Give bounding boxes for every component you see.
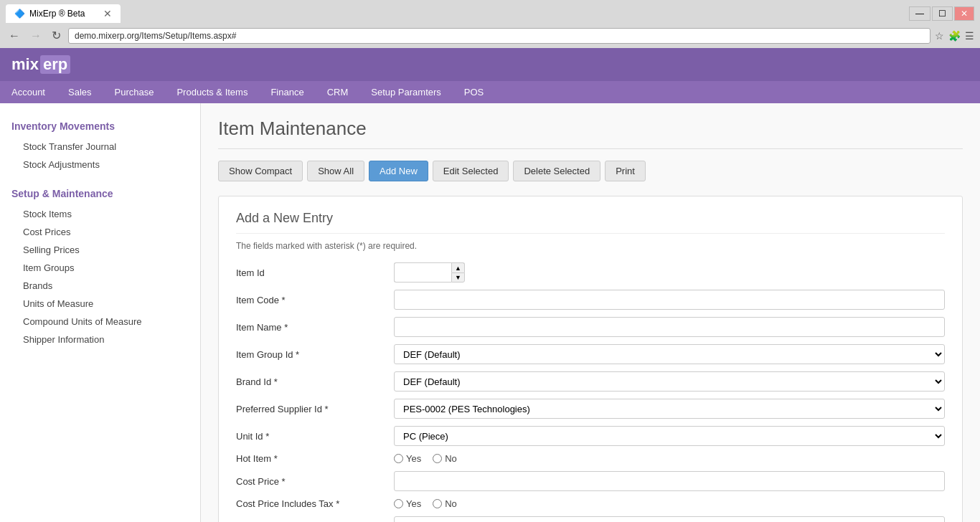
- logo-erp: erp: [40, 55, 70, 74]
- spinbox-buttons: ▲ ▼: [451, 262, 465, 283]
- form-panel: Add a New Entry The fields marked with a…: [218, 196, 963, 522]
- select-unit-id[interactable]: PC (Piece): [394, 426, 945, 446]
- sidebar-item-compound-units-of-measure[interactable]: Compound Units of Measure: [0, 313, 200, 331]
- back-button[interactable]: ←: [6, 28, 23, 44]
- input-cost-price[interactable]: [394, 471, 945, 491]
- label-unit-id: Unit Id *: [236, 431, 394, 442]
- select-preferred-supplier-id[interactable]: PES-0002 (PES Technologies): [394, 399, 945, 419]
- nav-account[interactable]: Account: [0, 81, 57, 103]
- field-cost-price: Cost Price *: [236, 471, 945, 491]
- input-item-id[interactable]: [394, 262, 451, 283]
- spin-down-button[interactable]: ▼: [451, 272, 465, 283]
- label-item-group-id: Item Group Id *: [236, 349, 394, 360]
- label-cost-price: Cost Price *: [236, 476, 394, 487]
- sidebar-item-stock-adjustments[interactable]: Stock Adjustments: [0, 156, 200, 174]
- add-new-button[interactable]: Add New: [369, 161, 428, 181]
- show-all-button[interactable]: Show All: [307, 161, 364, 181]
- refresh-button[interactable]: ↻: [49, 27, 64, 44]
- nav-crm[interactable]: CRM: [316, 81, 360, 103]
- radio-group-cost-price-includes-tax: Yes No: [394, 498, 945, 509]
- field-cost-price-includes-tax: Cost Price Includes Tax * Yes No: [236, 498, 945, 509]
- label-item-name: Item Name *: [236, 322, 394, 333]
- close-button[interactable]: ✕: [954, 6, 974, 21]
- radio-hot-item-yes[interactable]: Yes: [394, 453, 421, 464]
- nav-sales[interactable]: Sales: [57, 81, 103, 103]
- address-bar[interactable]: [68, 28, 930, 44]
- spin-up-button[interactable]: ▲: [451, 262, 465, 272]
- nav-finance[interactable]: Finance: [259, 81, 315, 103]
- page-title: Item Maintenance: [218, 118, 963, 149]
- app-header: mix erp: [0, 48, 980, 81]
- sidebar-item-stock-transfer-journal[interactable]: Stock Transfer Journal: [0, 138, 200, 156]
- sidebar-item-brands[interactable]: Brands: [0, 277, 200, 295]
- tab-title: MixErp ® Beta: [29, 9, 98, 19]
- radio-hot-item-no[interactable]: No: [433, 453, 457, 464]
- nav-setup-paramters[interactable]: Setup Paramters: [359, 81, 453, 103]
- select-brand-id[interactable]: DEF (Default): [394, 371, 945, 392]
- field-item-id: Item Id ▲ ▼: [236, 262, 945, 283]
- input-item-name[interactable]: [394, 317, 945, 337]
- label-preferred-supplier-id: Preferred Supplier Id *: [236, 404, 394, 414]
- logo-mix: mix: [11, 55, 39, 74]
- field-hot-item: Hot Item * Yes No: [236, 453, 945, 464]
- main-content: Item Maintenance Show Compact Show All A…: [201, 103, 980, 522]
- select-item-group-id[interactable]: DEF (Default): [394, 344, 945, 364]
- print-button[interactable]: Print: [605, 161, 646, 181]
- label-cost-price-includes-tax: Cost Price Includes Tax *: [236, 498, 394, 509]
- show-compact-button[interactable]: Show Compact: [218, 161, 303, 181]
- sidebar-item-item-groups[interactable]: Item Groups: [0, 259, 200, 277]
- label-item-id: Item Id: [236, 267, 394, 278]
- field-item-name: Item Name *: [236, 317, 945, 337]
- radio-input-hot-item-yes[interactable]: [394, 454, 403, 463]
- sidebar-item-stock-items[interactable]: Stock Items: [0, 205, 200, 223]
- tab-close-button[interactable]: ✕: [103, 8, 112, 19]
- sidebar-item-selling-prices[interactable]: Selling Prices: [0, 241, 200, 259]
- toolbar: Show Compact Show All Add New Edit Selec…: [218, 161, 963, 181]
- radio-input-cost-price-tax-no[interactable]: [433, 499, 442, 508]
- nav-purchase[interactable]: Purchase: [103, 81, 166, 103]
- field-item-group-id: Item Group Id * DEF (Default): [236, 344, 945, 364]
- nav-products-items[interactable]: Products & Items: [165, 81, 259, 103]
- form-title: Add a New Entry: [236, 211, 945, 234]
- form-required-note: The fields marked with asterisk (*) are …: [236, 241, 945, 251]
- sidebar-section-inventory: Inventory Movements: [0, 115, 200, 138]
- sidebar-item-cost-prices[interactable]: Cost Prices: [0, 223, 200, 241]
- browser-tab[interactable]: 🔷 MixErp ® Beta ✕: [6, 4, 121, 23]
- field-brand-id: Brand Id * DEF (Default): [236, 371, 945, 392]
- delete-selected-button[interactable]: Delete Selected: [513, 161, 600, 181]
- field-item-code: Item Code *: [236, 290, 945, 310]
- field-preferred-supplier-id: Preferred Supplier Id * PES-0002 (PES Te…: [236, 399, 945, 419]
- label-hot-item: Hot Item *: [236, 453, 394, 464]
- label-brand-id: Brand Id *: [236, 376, 394, 387]
- radio-cost-price-tax-yes[interactable]: Yes: [394, 498, 421, 509]
- radio-input-hot-item-no[interactable]: [433, 454, 442, 463]
- extension-button[interactable]: 🧩: [948, 30, 961, 42]
- menu-button[interactable]: ☰: [965, 30, 974, 42]
- bookmark-button[interactable]: ☆: [935, 30, 944, 42]
- forward-button[interactable]: →: [27, 28, 44, 44]
- sidebar-item-units-of-measure[interactable]: Units of Measure: [0, 295, 200, 313]
- minimize-button[interactable]: —: [909, 6, 930, 21]
- main-nav: Account Sales Purchase Products & Items …: [0, 81, 980, 103]
- nav-pos[interactable]: POS: [453, 81, 495, 103]
- radio-group-hot-item: Yes No: [394, 453, 945, 464]
- maximize-button[interactable]: ☐: [932, 6, 953, 21]
- input-item-code[interactable]: [394, 290, 945, 310]
- radio-input-cost-price-tax-yes[interactable]: [394, 499, 403, 508]
- field-unit-id: Unit Id * PC (Piece): [236, 426, 945, 446]
- tab-favicon: 🔷: [14, 9, 25, 19]
- edit-selected-button[interactable]: Edit Selected: [433, 161, 509, 181]
- sidebar: Inventory Movements Stock Transfer Journ…: [0, 103, 201, 522]
- radio-cost-price-tax-no[interactable]: No: [433, 498, 457, 509]
- sidebar-section-setup: Setup & Maintenance: [0, 182, 200, 205]
- sidebar-item-shipper-information[interactable]: Shipper Information: [0, 331, 200, 348]
- label-item-code: Item Code *: [236, 295, 394, 305]
- field-selling-price: Selling Price *: [236, 516, 945, 522]
- input-selling-price[interactable]: [394, 516, 945, 522]
